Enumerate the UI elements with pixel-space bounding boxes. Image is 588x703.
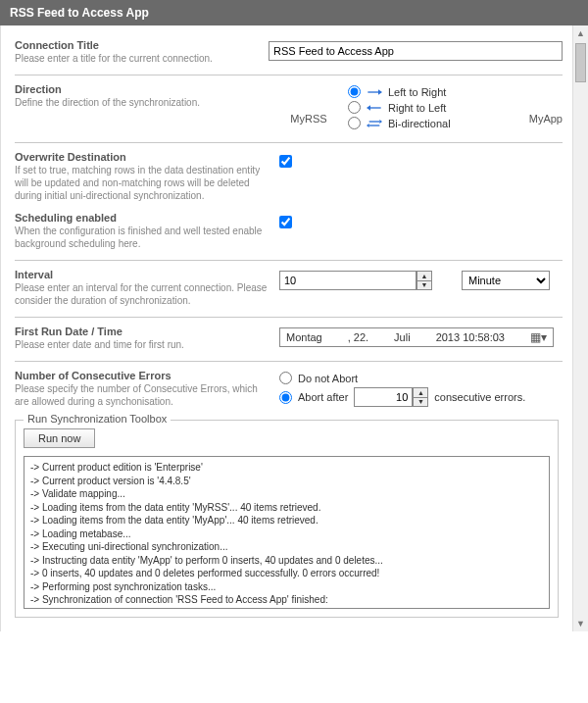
direction-radio-rtl[interactable] (348, 101, 361, 114)
svg-marker-3 (367, 105, 370, 110)
log-line: -> Current product edition is 'Enterpris… (30, 461, 543, 475)
errors-noabort-option[interactable]: Do not Abort (279, 372, 563, 384)
interval-desc: Please enter an interval for the current… (15, 281, 270, 307)
overwrite-label: Overwrite Destination (15, 151, 270, 163)
svg-marker-1 (378, 89, 382, 94)
log-line: -> Instructing data entity 'MyApp' to pe… (30, 554, 543, 568)
sync-log-output[interactable]: -> Current product edition is 'Enterpris… (24, 456, 550, 609)
window-title: RSS Feed to Access App (0, 0, 588, 25)
firstrun-label: First Run Date / Time (15, 326, 270, 337)
run-now-button[interactable]: Run now (24, 428, 95, 448)
direction-option-ltr[interactable]: Left to Right (348, 85, 494, 98)
sync-toolbox-title: Run Synchronization Toolbox (24, 413, 171, 425)
log-line: -> 0 records were already up-to-date, 40… (30, 607, 543, 610)
direction-label: Direction (15, 83, 270, 95)
scheduling-desc: When the configuration is finished and w… (15, 225, 270, 250)
log-line: -> Loading items from the data entity 'M… (30, 514, 543, 527)
errors-desc: Please specify the number of Consecutive… (15, 382, 270, 408)
direction-target: MyApp (504, 85, 563, 125)
interval-input[interactable] (279, 271, 416, 290)
arrow-bidir-icon (367, 118, 382, 129)
vertical-scrollbar[interactable]: ▲ ▼ (572, 25, 588, 631)
log-line: -> Executing uni-directional synchroniza… (30, 540, 543, 554)
scheduling-label: Scheduling enabled (15, 212, 270, 224)
log-line: -> Performing post synchronization tasks… (30, 580, 543, 594)
direction-option-rtl[interactable]: Right to Left (348, 101, 494, 114)
direction-radio-ltr[interactable] (348, 85, 361, 98)
errors-abort-radio[interactable] (279, 391, 292, 404)
conn-title-desc: Please enter a title for the current con… (15, 52, 259, 65)
firstrun-datetime[interactable]: Montag , 22. Juli 2013 10:58:03 ▦▾ (279, 327, 554, 347)
calendar-icon[interactable]: ▦▾ (530, 330, 547, 344)
log-line: -> 0 inserts, 40 updates and 0 deletes p… (30, 567, 543, 580)
svg-marker-7 (367, 124, 369, 127)
sync-toolbox-group: Run Synchronization Toolbox Run now -> C… (15, 420, 559, 618)
scroll-up-icon[interactable]: ▲ (573, 25, 588, 41)
log-line: -> Validate mapping... (30, 487, 543, 501)
errors-spin-up[interactable]: ▲ (413, 387, 428, 397)
scheduling-checkbox[interactable] (279, 216, 292, 228)
errors-label: Number of Consecutive Errors (15, 370, 270, 381)
overwrite-desc: If set to true, matching rows in the dat… (15, 164, 270, 202)
interval-spin-down[interactable]: ▼ (416, 280, 432, 291)
errors-count-input[interactable] (354, 387, 413, 407)
arrow-right-icon (367, 86, 382, 98)
conn-title-label: Connection Title (15, 39, 259, 51)
direction-desc: Define the direction of the synchronizat… (15, 96, 270, 109)
log-line: -> Synchronization of connection 'RSS Fe… (30, 593, 543, 607)
direction-option-bi[interactable]: Bi-directional (348, 117, 494, 129)
interval-label: Interval (15, 269, 270, 280)
scroll-down-icon[interactable]: ▼ (573, 616, 588, 631)
arrow-left-icon (367, 102, 382, 114)
errors-spin-down[interactable]: ▼ (413, 397, 428, 408)
direction-radio-bi[interactable] (348, 117, 361, 129)
log-line: -> Current product version is '4.4.8.5' (30, 475, 543, 488)
overwrite-checkbox[interactable] (279, 155, 292, 168)
interval-unit-select[interactable]: Minute (462, 271, 550, 290)
log-line: -> Loading metabase... (30, 527, 543, 541)
errors-noabort-radio[interactable] (279, 372, 292, 384)
errors-suffix: consecutive errors. (434, 391, 525, 403)
direction-source: MyRSS (279, 85, 338, 125)
errors-abort-label: Abort after (298, 391, 348, 403)
svg-marker-5 (379, 120, 382, 124)
form-content: Connection Title Please enter a title fo… (1, 25, 588, 631)
scroll-thumb[interactable] (575, 43, 586, 82)
firstrun-desc: Please enter date and time for first run… (15, 338, 270, 351)
log-line: -> Loading items from the data entity 'M… (30, 501, 543, 515)
conn-title-input[interactable] (269, 41, 563, 61)
interval-spin-up[interactable]: ▲ (416, 271, 432, 280)
